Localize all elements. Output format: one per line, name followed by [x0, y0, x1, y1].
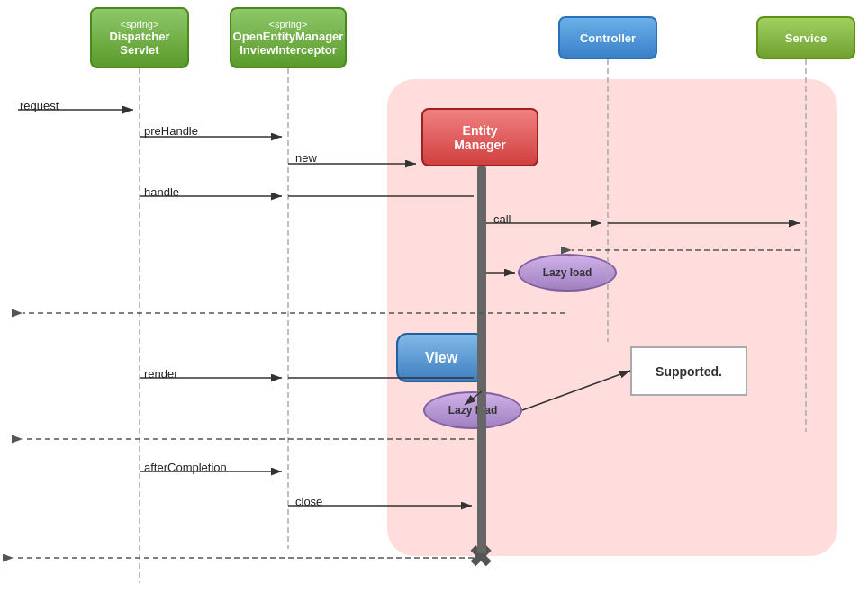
msg-request: request — [20, 99, 59, 112]
participant-controller: Controller — [558, 16, 657, 59]
msg-prehandle: preHandle — [144, 124, 198, 138]
msg-close: close — [295, 495, 322, 508]
close-x-mark: ✖ — [468, 540, 493, 574]
msg-call: call — [493, 212, 511, 226]
participant-interceptor: <spring> OpenEntityManager InviewInterce… — [230, 7, 347, 68]
diagram: <spring> Dispatcher Servlet <spring> Ope… — [0, 0, 868, 592]
participant-dispatcher: <spring> Dispatcher Servlet — [90, 7, 189, 68]
msg-aftercompletion: afterCompletion — [144, 461, 227, 474]
view-box: View — [396, 333, 486, 382]
entity-manager-box: Entity Manager — [421, 108, 538, 166]
participant-service: Service — [756, 16, 855, 59]
lazy-load-1: Lazy load — [518, 254, 617, 292]
supported-box: Supported. — [630, 346, 747, 396]
lazy-load-2: Lazy load — [423, 391, 522, 429]
msg-new: new — [295, 151, 317, 165]
msg-handle: handle — [144, 185, 179, 199]
msg-render: render — [144, 367, 178, 381]
